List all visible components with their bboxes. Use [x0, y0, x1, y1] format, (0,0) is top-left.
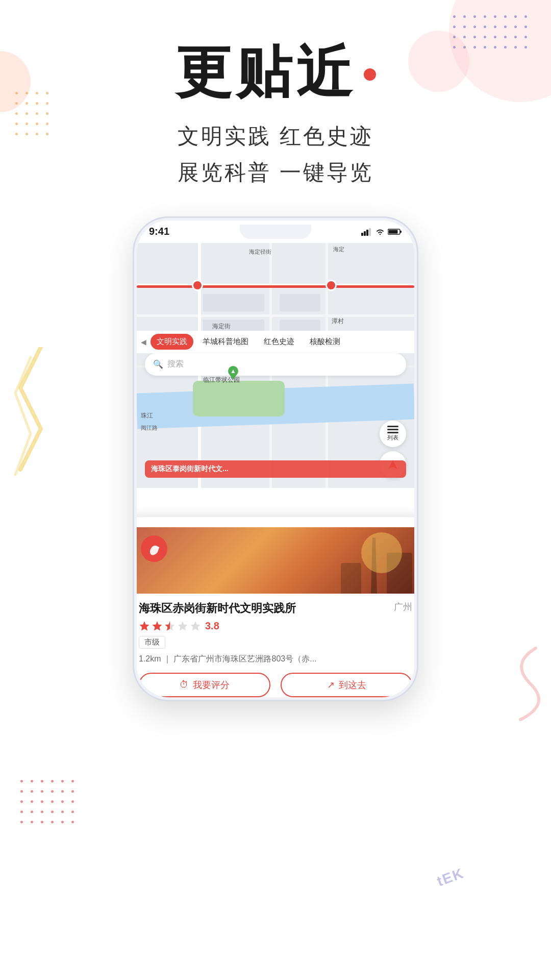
hero-title: 更贴近 — [176, 41, 376, 103]
card-image-strip — [137, 527, 414, 594]
star-half — [164, 620, 176, 631]
building2-silhouette — [341, 563, 361, 594]
svg-point-14 — [155, 546, 157, 548]
card-title: 海珠区赤岗街新时代文明实践所 — [139, 601, 389, 616]
metro-station-1 — [192, 280, 203, 291]
search-icon: 🔍 — [153, 359, 163, 369]
star-empty-2 — [190, 620, 201, 631]
subtitle-line2: 展览科普 一键导览 — [178, 154, 373, 190]
search-bar[interactable]: 🔍 搜索 — [145, 353, 406, 376]
card-rating-row: 3.8 — [139, 620, 412, 632]
rate-icon: ⏱ — [180, 679, 189, 690]
deco-dots-bottom-left — [20, 780, 78, 827]
star-empty-1 — [177, 620, 188, 631]
title-dot — [364, 68, 376, 81]
svg-rect-5 — [400, 231, 402, 233]
map-banner-text: 海珠区泰岗街新时代文... — [151, 464, 229, 474]
phone-mockup: 9:41 — [84, 216, 467, 752]
battery-icon — [388, 228, 402, 235]
card-addr-sep: ｜ — [163, 654, 173, 663]
park — [193, 381, 285, 416]
list-icon — [387, 426, 398, 434]
info-card: 海珠区赤岗街新时代文明实践所 广州 — [137, 517, 414, 697]
card-addr-text: 广东省广州市海珠区艺洲路803号（赤... — [173, 654, 316, 663]
map-label-haid2: 海定 — [333, 246, 344, 253]
subtitle-line1: 文明实践 红色史迹 — [178, 118, 373, 154]
svg-rect-6 — [389, 230, 398, 233]
card-rating-number: 3.8 — [205, 620, 219, 632]
navigate-btn-label: 到这去 — [339, 679, 366, 691]
map-pin-green: ▲ — [228, 365, 239, 383]
svg-marker-20 — [178, 621, 188, 631]
page-content: 更贴近 文明实践 红色史迹 展览科普 一键导览 9:41 — [0, 0, 551, 752]
tab-hongse[interactable]: 红色史迹 — [258, 334, 300, 350]
block2 — [280, 294, 320, 311]
svg-marker-15 — [140, 621, 149, 631]
wifi-icon — [375, 228, 385, 235]
map-label-zhujiang: 珠江 — [141, 411, 153, 420]
card-stars — [139, 620, 201, 631]
star-filled-1 — [139, 620, 150, 631]
card-title-row: 海珠区赤岗街新时代文明实践所 广州 — [139, 601, 412, 616]
block1 — [203, 294, 264, 311]
rate-btn-label: 我要评分 — [193, 679, 230, 691]
card-actions: ⏱ 我要评分 ↗ 到这去 — [139, 673, 412, 697]
metro-line — [137, 285, 414, 288]
map-label-haidingstreet: 海定径街 — [249, 248, 271, 256]
tab-wenming[interactable]: 文明实践 — [151, 334, 193, 350]
map-label-yuejiang: 阅江路 — [141, 424, 158, 432]
svg-rect-0 — [361, 233, 363, 236]
phone-notch — [240, 225, 311, 239]
map-list-button[interactable]: 列表 — [380, 421, 406, 447]
map-label-tancun: 潭村 — [332, 317, 344, 326]
svg-rect-3 — [369, 228, 371, 236]
phone-inner: 9:41 — [137, 220, 414, 697]
map-banner: 海珠区泰岗街新时代文... — [145, 460, 406, 478]
svg-rect-10 — [387, 426, 398, 427]
phone-screen: ◀ 文明实践 羊城科普地图 红色史迹 核酸检测 🔍 搜索 — [137, 243, 414, 697]
search-placeholder: 搜索 — [167, 359, 184, 370]
phone-frame: 9:41 — [133, 216, 418, 701]
category-tabs[interactable]: ◀ 文明实践 羊城科普地图 红色史迹 核酸检测 — [137, 331, 414, 353]
card-logo — [141, 535, 167, 562]
card-address: 1.2km ｜ 广东省广州市海珠区艺洲路803号（赤... — [139, 654, 412, 665]
tab-hesuanjiance[interactable]: 核酸检测 — [304, 334, 346, 350]
map-label-haiding: 海定街 — [212, 322, 231, 331]
card-distance: 1.2km — [139, 654, 161, 663]
svg-rect-2 — [366, 230, 368, 236]
svg-marker-21 — [191, 621, 201, 631]
svg-rect-1 — [364, 231, 366, 236]
card-tag: 市级 — [139, 636, 165, 649]
metro-station-2 — [325, 280, 337, 291]
svg-marker-8 — [230, 375, 237, 380]
svg-rect-12 — [387, 432, 398, 433]
navigate-button[interactable]: ↗ 到这去 — [281, 673, 412, 697]
navigate-icon: ↗ — [327, 679, 335, 691]
status-time: 9:41 — [149, 226, 169, 237]
tab-kepu[interactable]: 羊城科普地图 — [196, 334, 255, 350]
sun-glow — [361, 532, 402, 573]
card-city: 广州 — [394, 601, 412, 613]
hero-title-text: 更贴近 — [176, 41, 356, 103]
svg-rect-11 — [387, 429, 398, 430]
signal-icon — [361, 228, 372, 236]
list-btn-label: 列表 — [387, 434, 398, 442]
svg-marker-16 — [153, 621, 162, 631]
rate-button[interactable]: ⏱ 我要评分 — [139, 673, 270, 697]
status-icons — [361, 228, 402, 236]
deco-tek-text: tEK — [435, 865, 466, 890]
card-logo-icon — [146, 541, 162, 557]
road-h2 — [137, 314, 414, 317]
star-filled-2 — [152, 620, 163, 631]
hero-subtitle: 文明实践 红色史迹 展览科普 一键导览 — [178, 118, 373, 191]
svg-text:▲: ▲ — [230, 368, 236, 375]
